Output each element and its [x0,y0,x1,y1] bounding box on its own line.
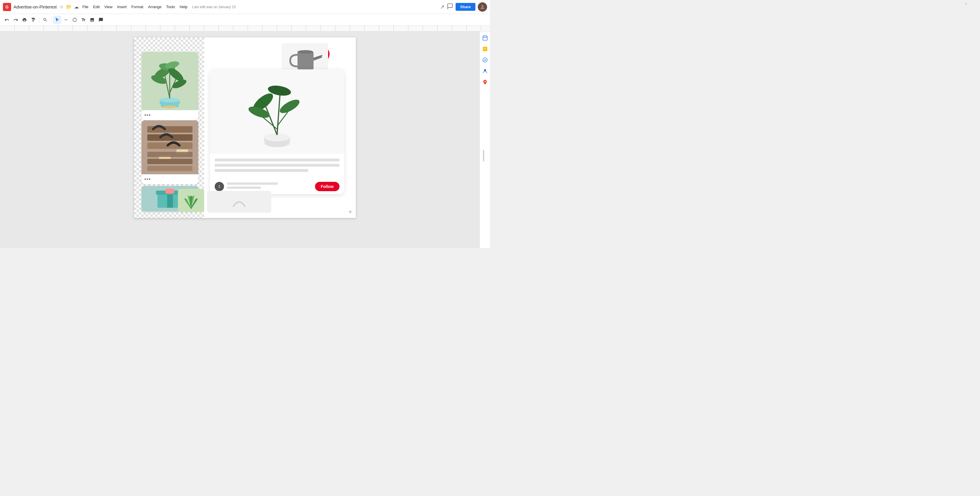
image-tool-button[interactable] [88,16,96,24]
ruler [0,25,490,32]
user-circle [215,182,224,191]
menu-tools[interactable]: Tools [164,3,177,10]
print-button[interactable] [21,16,29,24]
expanded-card-image [210,69,344,154]
wood-image-svg [142,120,198,174]
follow-line-1 [227,182,278,185]
menu-view[interactable]: View [102,3,115,10]
document-title[interactable]: Advertise-on-Pinterest [13,5,57,10]
toolbar [0,14,490,25]
text-line-3 [215,169,308,172]
plant-card-footer: ••• [142,110,198,120]
svg-point-54 [483,58,487,62]
line-tool-button[interactable] [62,16,70,24]
canvas-area: p [0,32,490,248]
ruler-marks [0,25,490,31]
wood-card-dots: ••• [145,177,151,182]
svg-point-0 [482,5,484,7]
follow-button[interactable]: Follow [315,182,339,191]
plant-pin-card[interactable]: ••• [142,52,198,120]
topbar-right: ↗ Share [440,2,487,12]
menu-format[interactable]: Format [129,3,146,10]
user-circle-icon [217,184,222,189]
calendar-icon[interactable] [481,34,489,42]
menu-help[interactable]: Help [177,3,190,10]
folder-icon[interactable]: 📁 [66,4,72,10]
comment-icon[interactable] [447,3,453,11]
menu-edit[interactable]: Edit [91,3,102,10]
menu-file[interactable]: File [80,3,91,10]
slide-resize-handle[interactable] [348,209,353,215]
svg-rect-23 [147,152,192,157]
follow-line-2 [227,187,261,189]
last-edit-label: Last edit was on January 15 [192,5,235,9]
sticky-note-icon[interactable] [481,45,489,53]
zoom-button[interactable] [41,16,49,24]
svg-point-55 [484,69,486,71]
scroll-handle[interactable] [483,150,484,162]
green-plant-svg [178,189,204,212]
follow-user-info [227,182,312,190]
separator-2 [51,17,51,23]
svg-point-1 [73,18,76,22]
undo-button[interactable] [3,16,11,24]
svg-rect-47 [483,36,487,40]
expanded-plant-svg [242,71,312,152]
maps-icon[interactable] [481,78,489,86]
tasks-icon[interactable] [481,56,489,64]
star-icon[interactable]: ☆ [59,4,64,10]
trending-icon[interactable]: ↗ [440,4,444,10]
plant-card-image [142,52,198,110]
doc-title-area: Advertise-on-Pinterest ☆ 📁 ☁ [13,4,80,10]
wood-card-image [142,120,198,174]
paint-format-button[interactable] [29,16,37,24]
separator-1 [39,17,40,23]
menu-bar: File Edit View Insert Format Arrange Too… [80,3,440,10]
share-button[interactable]: Share [456,3,476,11]
app-icon[interactable]: G [3,3,11,11]
plant-card-dots: ••• [145,113,151,118]
svg-rect-25 [147,166,192,171]
text-line-1 [215,158,339,162]
wood-card-footer: ••• [142,174,198,184]
menu-insert[interactable]: Insert [115,3,129,10]
text-line-2 [215,164,339,167]
shape-tool-button[interactable] [71,16,79,24]
svg-rect-51 [483,47,487,51]
svg-point-4 [298,50,313,54]
wood-pin-card[interactable]: ••• [142,120,198,184]
redo-button[interactable] [12,16,20,24]
slide-canvas[interactable]: p [134,37,356,218]
topbar: G Advertise-on-Pinterest ☆ 📁 ☁ File Edit… [0,0,490,14]
expanded-card-content [210,154,344,179]
plant-image-svg [142,52,198,110]
expanded-pin-card[interactable]: Follow [210,69,344,194]
svg-rect-3 [298,52,313,69]
svg-point-45 [219,185,220,187]
right-sidebar-panel [479,32,490,248]
arc-svg [232,196,247,208]
svg-rect-24 [147,159,192,164]
cloud-icon[interactable]: ☁ [74,4,79,10]
bottom-green-card [178,189,204,212]
select-tool-button[interactable] [53,16,61,24]
app-icon-letter: G [6,5,9,10]
contacts-icon[interactable] [481,67,489,75]
menu-arrange[interactable]: Arrange [146,3,164,10]
bottom-arc-card [207,191,271,213]
bottom-image-row [207,191,271,213]
textbox-tool-button[interactable] [80,16,88,24]
comment-tool-button[interactable] [97,16,105,24]
user-avatar[interactable] [478,2,487,12]
